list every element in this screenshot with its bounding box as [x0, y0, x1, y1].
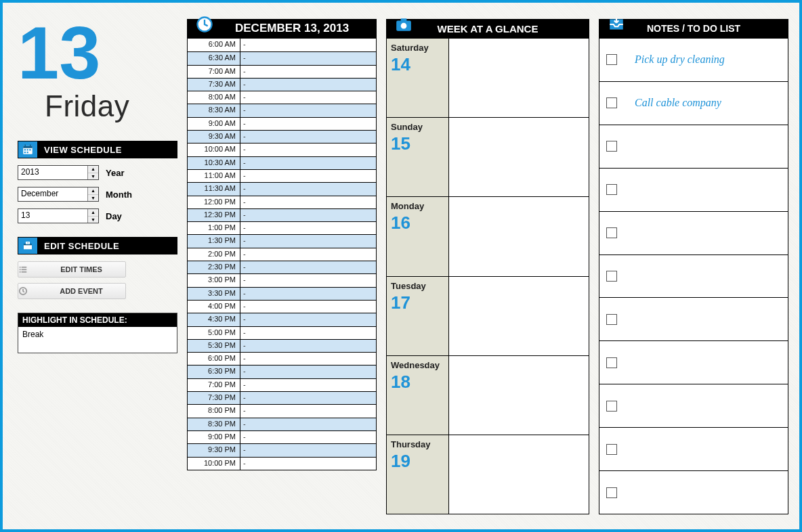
schedule-event[interactable]: -: [240, 274, 376, 286]
note-checkbox[interactable]: [606, 401, 617, 412]
schedule-event[interactable]: -: [240, 458, 376, 470]
schedule-event[interactable]: -: [240, 313, 376, 326]
schedule-row[interactable]: 2:30 PM-: [188, 261, 376, 273]
schedule-event[interactable]: -: [240, 209, 376, 221]
note-row[interactable]: Call cable company: [599, 81, 788, 125]
schedule-event[interactable]: -: [240, 143, 376, 156]
schedule-event[interactable]: -: [240, 431, 376, 443]
note-row[interactable]: [599, 297, 788, 340]
note-row[interactable]: Pick up dry cleaning: [599, 39, 788, 81]
schedule-row[interactable]: 6:30 AM-: [188, 51, 376, 64]
schedule-row[interactable]: 7:00 PM-: [188, 378, 376, 391]
week-row[interactable]: Wednesday18: [387, 355, 589, 435]
schedule-row[interactable]: 6:00 AM-: [188, 39, 376, 51]
schedule-event[interactable]: -: [240, 222, 376, 234]
schedule-row[interactable]: 1:00 PM-: [188, 221, 376, 234]
schedule-row[interactable]: 8:00 PM-: [188, 404, 376, 417]
schedule-event[interactable]: -: [240, 248, 376, 261]
spinner-down-icon[interactable]: ▼: [88, 217, 98, 223]
note-checkbox[interactable]: [606, 487, 617, 498]
schedule-event[interactable]: -: [240, 261, 376, 273]
schedule-row[interactable]: 7:30 AM-: [188, 78, 376, 91]
schedule-row[interactable]: 11:30 AM-: [188, 182, 376, 195]
schedule-event[interactable]: -: [240, 118, 376, 130]
schedule-row[interactable]: 5:00 PM-: [188, 326, 376, 339]
schedule-row[interactable]: 10:00 AM-: [188, 143, 376, 156]
schedule-event[interactable]: -: [240, 418, 376, 430]
schedule-event[interactable]: -: [240, 157, 376, 169]
schedule-event[interactable]: -: [240, 405, 376, 417]
schedule-event[interactable]: -: [240, 392, 376, 404]
schedule-row[interactable]: 11:00 AM-: [188, 169, 376, 182]
schedule-row[interactable]: 5:30 PM-: [188, 339, 376, 352]
schedule-row[interactable]: 4:00 PM-: [188, 300, 376, 313]
schedule-row[interactable]: 8:30 PM-: [188, 418, 376, 430]
week-day-content[interactable]: [449, 277, 589, 355]
schedule-row[interactable]: 8:30 AM-: [188, 104, 376, 116]
note-row[interactable]: [599, 254, 788, 298]
schedule-row[interactable]: 1:30 PM-: [188, 234, 376, 247]
week-day-content[interactable]: [449, 356, 589, 435]
schedule-event[interactable]: -: [240, 91, 376, 104]
schedule-event[interactable]: -: [240, 379, 376, 391]
note-checkbox[interactable]: [606, 357, 617, 368]
note-row[interactable]: [599, 427, 788, 470]
schedule-row[interactable]: 7:30 PM-: [188, 391, 376, 404]
spinner-up-icon[interactable]: ▲: [88, 209, 98, 217]
note-text[interactable]: Call cable company: [635, 97, 721, 109]
schedule-row[interactable]: 12:30 PM-: [188, 208, 376, 221]
spinner-down-icon[interactable]: ▼: [88, 173, 98, 180]
note-row[interactable]: [599, 470, 788, 514]
spinner-down-icon[interactable]: ▼: [88, 195, 98, 202]
day-spinner[interactable]: 13 ▲▼: [18, 208, 99, 223]
note-text[interactable]: Pick up dry cleaning: [635, 53, 725, 66]
schedule-event[interactable]: -: [240, 170, 376, 182]
highlight-value[interactable]: Break: [18, 327, 177, 353]
schedule-row[interactable]: 6:00 PM-: [188, 352, 376, 365]
week-day-content[interactable]: [449, 118, 589, 196]
week-row[interactable]: Thursday19: [387, 435, 589, 514]
schedule-row[interactable]: 9:30 PM-: [188, 443, 376, 456]
schedule-event[interactable]: -: [240, 235, 376, 247]
spinner-up-icon[interactable]: ▲: [88, 187, 98, 195]
note-checkbox[interactable]: [606, 227, 617, 238]
schedule-row[interactable]: 7:00 AM-: [188, 65, 376, 78]
week-day-content[interactable]: [449, 197, 589, 275]
note-checkbox[interactable]: [606, 314, 617, 325]
spinner-up-icon[interactable]: ▲: [88, 166, 98, 173]
schedule-row[interactable]: 6:30 PM-: [188, 365, 376, 378]
schedule-row[interactable]: 9:30 AM-: [188, 130, 376, 143]
schedule-row[interactable]: 3:00 PM-: [188, 273, 376, 286]
note-checkbox[interactable]: [606, 141, 617, 152]
note-row[interactable]: [599, 168, 788, 211]
schedule-event[interactable]: -: [240, 353, 376, 365]
note-row[interactable]: [599, 211, 788, 254]
note-checkbox[interactable]: [606, 184, 617, 195]
schedule-row[interactable]: 10:30 AM-: [188, 156, 376, 169]
schedule-row[interactable]: 9:00 AM-: [188, 117, 376, 130]
edit-times-button[interactable]: EDIT TIMES: [18, 261, 126, 278]
note-row[interactable]: [599, 384, 788, 427]
schedule-event[interactable]: -: [240, 131, 376, 143]
schedule-event[interactable]: -: [240, 444, 376, 456]
week-day-content[interactable]: [449, 435, 589, 514]
schedule-event[interactable]: -: [240, 66, 376, 78]
schedule-row[interactable]: 4:30 PM-: [188, 313, 376, 326]
month-spinner[interactable]: December ▲▼: [18, 187, 99, 202]
year-spinner[interactable]: 2013 ▲▼: [18, 165, 99, 180]
schedule-row[interactable]: 12:00 PM-: [188, 196, 376, 208]
schedule-event[interactable]: -: [240, 183, 376, 195]
add-event-button[interactable]: ADD EVENT: [18, 283, 126, 299]
note-row[interactable]: [599, 340, 788, 384]
week-day-content[interactable]: [449, 39, 589, 117]
schedule-row[interactable]: 3:30 PM-: [188, 287, 376, 300]
week-row[interactable]: Sunday15: [387, 117, 589, 196]
schedule-row[interactable]: 9:00 PM-: [188, 430, 376, 443]
week-row[interactable]: Monday16: [387, 196, 589, 275]
schedule-event[interactable]: -: [240, 39, 376, 51]
schedule-event[interactable]: -: [240, 79, 376, 91]
note-checkbox[interactable]: [606, 54, 617, 65]
schedule-event[interactable]: -: [240, 104, 376, 116]
week-row[interactable]: Saturday14: [387, 39, 589, 117]
week-row[interactable]: Tuesday17: [387, 276, 589, 355]
